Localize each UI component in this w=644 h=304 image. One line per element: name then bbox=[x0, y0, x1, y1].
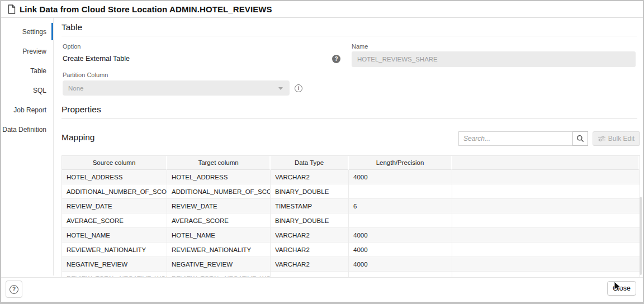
sidebar-item-table[interactable]: Table bbox=[1, 61, 53, 80]
properties-section-heading: Properties bbox=[61, 104, 101, 115]
cell-source-column: HOTEL_ADDRESS bbox=[62, 170, 167, 184]
column-header-filler bbox=[452, 156, 640, 170]
help-button[interactable]: ? bbox=[6, 281, 22, 298]
option-label: Option bbox=[63, 43, 80, 50]
sidebar-item-sql[interactable]: SQL bbox=[1, 80, 53, 100]
document-icon bbox=[8, 4, 16, 14]
cell-length-precision[interactable]: 4000 bbox=[349, 170, 452, 184]
cell-filler bbox=[452, 243, 640, 257]
cell-data-type[interactable]: VARCHAR2 bbox=[271, 228, 349, 243]
cell-data-type[interactable]: BINARY_DOUBLE bbox=[271, 213, 349, 228]
cell-data-type[interactable]: VARCHAR2 bbox=[271, 257, 349, 272]
mapping-table-header: Source column Target column Data Type Le… bbox=[62, 156, 640, 170]
partition-column-select[interactable]: None bbox=[63, 80, 290, 96]
table-section-divider bbox=[61, 36, 637, 36]
cell-source-column: AVERAGE_SCORE bbox=[62, 213, 167, 228]
title-bar: Link Data from Cloud Store Location ADMI… bbox=[1, 1, 643, 18]
table-row: AVERAGE_SCOREAVERAGE_SCOREBINARY_DOUBLE bbox=[62, 213, 640, 228]
partition-column-label: Partition Column bbox=[63, 72, 108, 78]
cell-length-precision[interactable]: 4000 bbox=[349, 257, 452, 272]
cell-data-type[interactable]: BINARY_DOUBLE bbox=[271, 184, 349, 199]
magnifier-icon bbox=[576, 135, 584, 142]
partition-info-icon[interactable]: i bbox=[295, 84, 302, 92]
name-label: Name bbox=[352, 43, 368, 50]
partition-column-value: None bbox=[68, 85, 84, 92]
mapping-search-button[interactable] bbox=[572, 131, 588, 146]
cell-length-precision[interactable]: 6 bbox=[349, 199, 452, 213]
cell-source-column: ADDITIONAL_NUMBER_OF_SCORI bbox=[62, 184, 167, 199]
cell-filler bbox=[452, 228, 640, 243]
cell-target-column[interactable]: HOTEL_ADDRESS bbox=[167, 170, 271, 184]
cell-length-precision[interactable] bbox=[349, 184, 452, 199]
question-circle-icon: ? bbox=[10, 285, 18, 294]
sidebar-item-preview[interactable]: Preview bbox=[1, 41, 53, 61]
vertical-scrollbar[interactable] bbox=[640, 197, 642, 275]
dialog-title: Link Data from Cloud Store Location ADMI… bbox=[20, 4, 272, 14]
chevron-down-icon bbox=[278, 87, 283, 90]
cell-source-column: REVIEWER_NATIONALITY bbox=[62, 243, 167, 257]
cell-length-precision[interactable]: 4000 bbox=[349, 243, 452, 257]
table-row: HOTEL_ADDRESSHOTEL_ADDRESSVARCHAR24000 bbox=[62, 170, 640, 184]
cell-source-column: NEGATIVE_REVIEW bbox=[62, 257, 167, 272]
option-value: Create External Table bbox=[63, 55, 130, 63]
sidebar-item-data-definition[interactable]: Data Definition bbox=[1, 120, 53, 139]
column-header-data-type[interactable]: Data Type bbox=[271, 156, 349, 170]
table-row: ADDITIONAL_NUMBER_OF_SCORIADDITIONAL_NUM… bbox=[62, 184, 640, 199]
cell-target-column[interactable]: NEGATIVE_REVIEW bbox=[167, 257, 271, 272]
bulk-edit-button[interactable]: Bulk Edit bbox=[593, 131, 640, 146]
cell-source-column: REVIEW_DATE bbox=[62, 199, 167, 213]
sidebar-item-job-report[interactable]: Job Report bbox=[1, 100, 53, 120]
cell-data-type[interactable]: VARCHAR2 bbox=[271, 243, 349, 257]
dialog-footer: ? Close bbox=[1, 277, 643, 302]
cell-filler bbox=[452, 213, 640, 228]
cell-target-column[interactable]: AVERAGE_SCORE bbox=[167, 213, 271, 228]
table-row: NEGATIVE_REVIEWNEGATIVE_REVIEWVARCHAR240… bbox=[62, 257, 640, 272]
mapping-search-input[interactable] bbox=[458, 131, 572, 146]
cell-filler bbox=[452, 184, 640, 199]
cell-filler bbox=[452, 257, 640, 272]
close-button[interactable]: Close bbox=[607, 281, 636, 296]
properties-section-divider bbox=[61, 118, 637, 119]
cell-data-type[interactable]: VARCHAR2 bbox=[271, 170, 349, 184]
cell-target-column[interactable]: REVIEW_DATE bbox=[167, 199, 271, 213]
table-row: REVIEW_DATEREVIEW_DATETIMESTAMP6 bbox=[62, 199, 640, 213]
cell-data-type[interactable]: TIMESTAMP bbox=[271, 199, 349, 213]
cell-target-column[interactable]: HOTEL_NAME bbox=[167, 228, 271, 243]
table-row: HOTEL_NAMEHOTEL_NAMEVARCHAR24000 bbox=[62, 228, 640, 243]
link-data-dialog: Link Data from Cloud Store Location ADMI… bbox=[0, 0, 644, 304]
wizard-sidebar: SettingsPreviewTableSQLJob ReportData De… bbox=[1, 18, 53, 276]
option-help-icon[interactable]: ? bbox=[332, 55, 340, 63]
column-header-target[interactable]: Target column bbox=[167, 156, 271, 170]
mapping-table: Source column Target column Data Type Le… bbox=[61, 155, 640, 278]
table-section-heading: Table bbox=[61, 22, 82, 32]
sliders-icon bbox=[598, 135, 605, 142]
sidebar-item-settings[interactable]: Settings bbox=[1, 22, 53, 41]
cell-filler bbox=[452, 170, 640, 184]
cell-source-column: HOTEL_NAME bbox=[62, 228, 167, 243]
column-header-source[interactable]: Source column bbox=[62, 156, 167, 170]
cell-filler bbox=[452, 199, 640, 213]
mapping-table-body: HOTEL_ADDRESSHOTEL_ADDRESSVARCHAR24000AD… bbox=[62, 170, 640, 278]
column-header-length-precision[interactable]: Length/Precision bbox=[349, 156, 452, 170]
cell-target-column[interactable]: ADDITIONAL_NUMBER_OF_SCOI bbox=[167, 184, 271, 199]
bulk-edit-label: Bulk Edit bbox=[608, 135, 634, 142]
mapping-section-heading: Mapping bbox=[61, 132, 94, 142]
name-input[interactable] bbox=[352, 51, 636, 67]
sidebar-divider bbox=[53, 18, 54, 276]
cell-length-precision[interactable] bbox=[349, 213, 452, 228]
table-row: REVIEWER_NATIONALITYREVIEWER_NATIONALITY… bbox=[62, 243, 640, 257]
cell-length-precision[interactable]: 4000 bbox=[349, 228, 452, 243]
cell-target-column[interactable]: REVIEWER_NATIONALITY bbox=[167, 243, 271, 257]
